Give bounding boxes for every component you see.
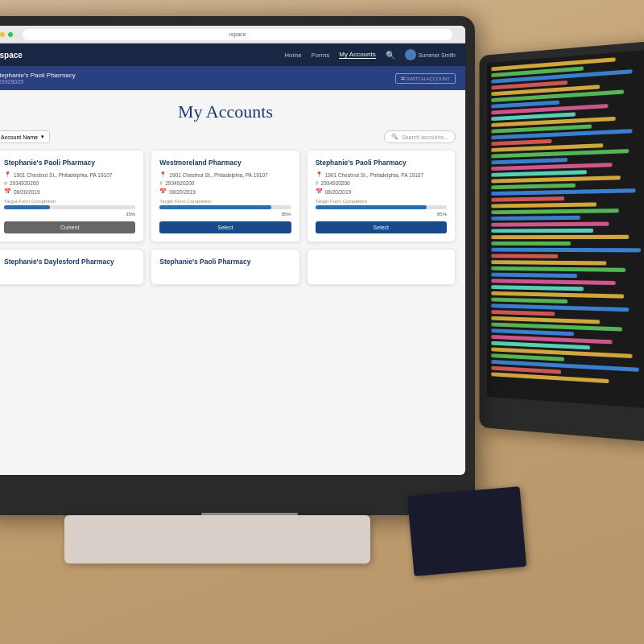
page-title: My Accounts — [0, 101, 465, 122]
code-line — [491, 222, 609, 227]
card-date: 📅 08/20/2019 — [316, 188, 447, 195]
account-name-filter[interactable]: Account Name ▾ — [0, 130, 50, 143]
code-line — [491, 188, 636, 196]
card-address: 📍 1901 Chestnut St., Philadelphia, PA 19… — [159, 171, 291, 178]
progress-bar-fill — [4, 205, 50, 209]
accounts-cards-row2: Stephanie's Daylesford PharmacyStephanie… — [0, 249, 465, 285]
progress-percentage: 85% — [316, 212, 447, 217]
code-line — [491, 175, 621, 183]
code-line — [491, 184, 576, 189]
card-progress-label: Target Form Completion — [159, 199, 291, 204]
location-icon: 📍 — [159, 171, 167, 178]
code-line — [491, 242, 571, 246]
calendar-icon: 📅 — [159, 188, 167, 195]
phone-icon: # — [159, 180, 163, 186]
account-card-partial — [307, 249, 456, 285]
progress-bar-fill — [316, 205, 427, 209]
browser-url-bar[interactable]: rspace — [23, 29, 452, 40]
card-action-button[interactable]: Select — [316, 221, 447, 233]
keyboard — [64, 515, 370, 564]
card-date: 📅 08/20/2019 — [159, 188, 291, 195]
account-card-partial: Stephanie's Paoli Pharmacy — [151, 249, 299, 285]
mouse-cable — [201, 513, 298, 515]
user-avatar — [405, 49, 416, 60]
code-line — [491, 266, 625, 272]
filter-label: Account Name — [1, 134, 38, 140]
sub-header-info: Stephanie's Paoli Pharmacy 123929029 — [0, 72, 76, 85]
location-icon: 📍 — [4, 171, 11, 178]
code-line — [491, 248, 641, 253]
code-line — [491, 279, 616, 285]
current-pharmacy-id: 123929029 — [0, 79, 76, 85]
code-line — [491, 196, 564, 202]
code-line — [491, 216, 580, 221]
card-phone: # 2934920200 — [159, 180, 291, 186]
sub-header: Stephanie's Paoli Pharmacy 123929029 ⇄ S… — [0, 66, 465, 90]
code-line — [491, 260, 606, 265]
card-pharmacy-name: Stephanie's Daylesford Pharmacy — [4, 258, 135, 266]
progress-bar-background — [316, 205, 447, 209]
code-line — [491, 158, 568, 164]
account-card: Stephanie's Paoli Pharmacy 📍 1901 Chestn… — [0, 150, 144, 242]
page-title-section: My Accounts — [0, 90, 465, 130]
search-placeholder: Search accounts... — [402, 134, 448, 140]
code-line — [491, 372, 609, 383]
phone-icon: # — [316, 180, 319, 186]
card-phone: # 2934920200 — [316, 180, 447, 186]
app-logo: kspace — [0, 51, 23, 60]
progress-bar-background — [4, 205, 135, 209]
code-line — [491, 139, 551, 146]
code-line — [491, 285, 584, 291]
main-monitor: rspace kspace Home Forms My Accounts 🔍 S… — [0, 16, 475, 515]
second-monitor-screen — [487, 49, 644, 408]
phone-icon: # — [4, 180, 7, 186]
browser-minimize-dot[interactable] — [0, 32, 5, 37]
card-pharmacy-name: Westmoreland Pharmacy — [159, 159, 291, 167]
card-action-button[interactable]: Current — [4, 221, 135, 233]
account-card: Stephanie's Paoli Pharmacy 📍 1901 Chestn… — [307, 150, 456, 242]
calendar-icon: 📅 — [4, 188, 11, 195]
card-address: 📍 1901 Chestnut St., Philadelphia, PA 19… — [4, 171, 135, 178]
code-line — [491, 235, 629, 239]
code-line — [491, 163, 613, 171]
code-line — [491, 298, 568, 303]
nav-my-accounts[interactable]: My Accounts — [339, 51, 375, 59]
nav-search-icon[interactable]: 🔍 — [386, 51, 395, 60]
card-progress-label: Target Form Completion — [316, 199, 447, 204]
search-icon: 🔍 — [391, 134, 398, 140]
progress-percentage: 35% — [4, 212, 135, 217]
url-text: rspace — [229, 31, 246, 37]
switch-account-button[interactable]: ⇄ SWITCH ACCOUNT — [395, 73, 456, 84]
card-address: 📍 1901 Chestnut St., Philadelphia, PA 19… — [316, 171, 447, 178]
code-display — [487, 49, 644, 394]
card-phone: # 2934920200 — [4, 180, 135, 186]
progress-percentage: 85% — [159, 212, 291, 217]
notebook — [407, 486, 526, 576]
main-monitor-screen: rspace kspace Home Forms My Accounts 🔍 S… — [0, 26, 465, 475]
calendar-icon: 📅 — [316, 188, 323, 195]
browser-maximize-dot[interactable] — [8, 32, 13, 37]
progress-bar-background — [159, 205, 291, 209]
filters-row: Account Name ▾ 🔍 Search accounts... — [0, 130, 465, 150]
card-action-button[interactable]: Select — [159, 221, 291, 233]
code-line — [491, 202, 596, 208]
code-line — [491, 310, 555, 316]
card-pharmacy-name: Stephanie's Paoli Pharmacy — [316, 159, 447, 167]
web-app: rspace kspace Home Forms My Accounts 🔍 S… — [0, 26, 465, 475]
chevron-down-icon: ▾ — [41, 134, 44, 140]
account-card-partial: Stephanie's Daylesford Pharmacy — [0, 249, 144, 285]
accounts-cards-grid: Stephanie's Paoli Pharmacy 📍 1901 Chestn… — [0, 150, 465, 249]
card-date: 📅 08/20/2019 — [4, 188, 135, 195]
nav-user: Summer Smith — [405, 49, 456, 60]
nav-home[interactable]: Home — [284, 52, 301, 59]
code-line — [491, 273, 577, 279]
card-pharmacy-name: Stephanie's Paoli Pharmacy — [159, 258, 291, 266]
location-icon: 📍 — [316, 171, 323, 178]
account-card: Westmoreland Pharmacy 📍 1901 Chestnut St… — [151, 150, 299, 242]
browser-chrome: rspace — [0, 26, 465, 43]
navigation-bar: kspace Home Forms My Accounts 🔍 Summer S… — [0, 43, 465, 66]
code-line — [491, 208, 619, 214]
search-accounts-box[interactable]: 🔍 Search accounts... — [384, 130, 456, 143]
nav-forms[interactable]: Forms — [312, 52, 330, 59]
current-pharmacy-name: Stephanie's Paoli Pharmacy — [0, 72, 76, 79]
